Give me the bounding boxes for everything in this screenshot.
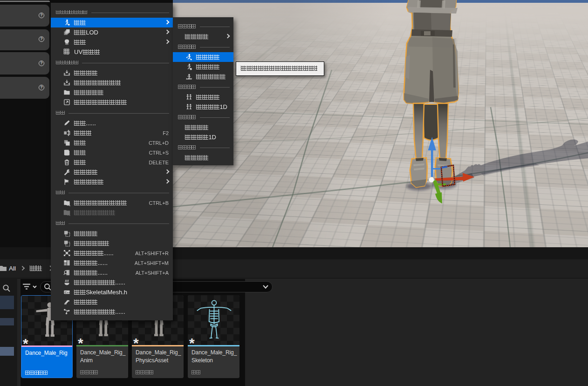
svg-text:C++: C++ [65,291,70,294]
